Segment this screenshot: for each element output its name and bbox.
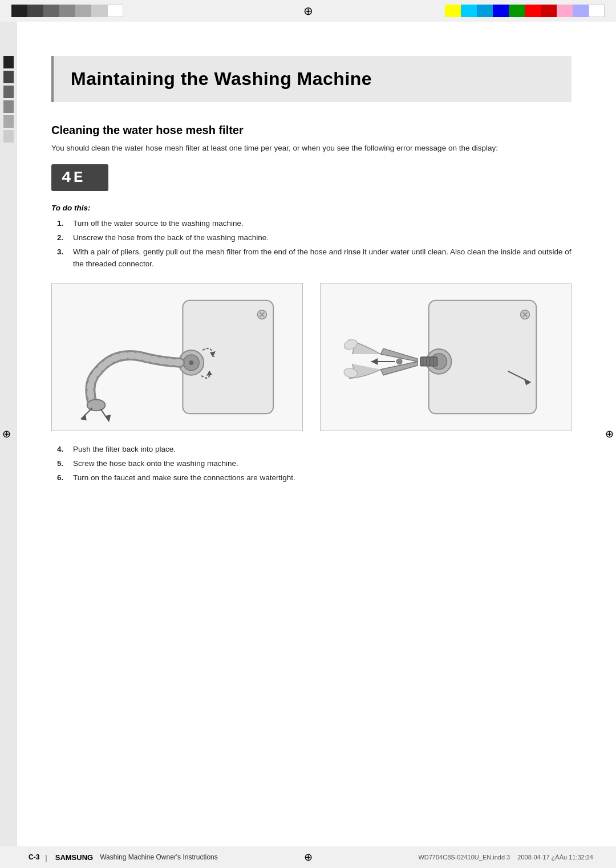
color-block	[445, 5, 461, 17]
sidebar-block	[3, 130, 14, 143]
color-block	[75, 5, 91, 17]
step-item-6: 6. Turn on the faucet and make sure the …	[57, 472, 572, 484]
footer-date: 2008-04-17 ¿ÀÀu 11:32:24	[517, 854, 593, 861]
left-sidebar-bar	[0, 22, 17, 868]
title-banner: Maintaining the Washing Machine	[51, 56, 572, 102]
diagram-left-svg	[52, 283, 302, 431]
footer-right: WD7704C8S-02410U_EN.indd 3 2008-04-17 ¿À…	[418, 854, 599, 861]
color-block	[573, 5, 589, 17]
step-text-3: With a pair of pliers, gently pull out t…	[73, 246, 572, 270]
svg-point-6	[189, 360, 193, 365]
step-text-1: Turn off the water source to the washing…	[73, 218, 244, 230]
step-number-2: 2.	[57, 232, 68, 244]
step-number-4: 4.	[57, 444, 68, 456]
diagrams-row	[51, 283, 572, 431]
color-block	[91, 5, 107, 17]
step-text-6: Turn on the faucet and make sure the con…	[73, 472, 295, 484]
footer-registration-mark: ⊕	[304, 851, 313, 863]
page-reference: C-3	[29, 853, 39, 861]
steps-list-cont: 4. Push the filter back into place. 5. S…	[57, 444, 572, 484]
color-block	[11, 5, 27, 17]
color-blocks-left	[11, 5, 123, 17]
section-heading: Cleaning the water hose mesh filter	[51, 124, 572, 137]
right-registration-mark: ⊕	[605, 428, 614, 440]
sidebar-block	[3, 56, 14, 68]
svg-point-25	[396, 359, 402, 364]
step-item-1: 1. Turn off the water source to the wash…	[57, 218, 572, 230]
color-block	[477, 5, 493, 17]
step-text-4: Push the filter back into place.	[73, 444, 176, 456]
registration-mark: ⊕	[303, 4, 313, 18]
step-number-5: 5.	[57, 458, 68, 470]
step-text-5: Screw the hose back onto the washing mac…	[73, 458, 238, 470]
page-title: Maintaining the Washing Machine	[71, 68, 554, 90]
todo-label: To do this:	[51, 204, 572, 212]
color-block	[493, 5, 509, 17]
sidebar-block	[3, 71, 14, 83]
color-block	[27, 5, 43, 17]
main-content: Maintaining the Washing Machine Cleaning…	[17, 22, 606, 846]
step-item-3: 3. With a pair of pliers, gently pull ou…	[57, 246, 572, 270]
diagram-left	[51, 283, 303, 431]
color-block	[43, 5, 59, 17]
footer-bar: C-3 | SAMSUNG Washing Machine Owner's In…	[0, 846, 616, 868]
step-number-3: 3.	[57, 246, 68, 270]
main-section: Cleaning the water hose mesh filter You …	[51, 124, 572, 484]
svg-point-7	[87, 399, 106, 411]
sidebar-block	[3, 100, 14, 113]
color-block	[59, 5, 75, 17]
step-item-2: 2. Unscrew the hose from the back of the…	[57, 232, 572, 244]
color-block	[557, 5, 573, 17]
sidebar-block	[3, 115, 14, 128]
sidebar-block	[3, 86, 14, 98]
section-description: You should clean the water hose mesh fil…	[51, 143, 572, 154]
svg-marker-29	[371, 358, 378, 365]
color-block	[461, 5, 477, 17]
top-print-bar: ⊕	[0, 0, 616, 22]
error-code-display: 4E	[51, 164, 108, 191]
footer-left: C-3 | SAMSUNG Washing Machine Owner's In…	[29, 853, 218, 862]
diagram-right-svg	[321, 283, 571, 431]
error-code-text: 4E	[62, 169, 86, 186]
color-block	[107, 5, 123, 17]
step-item-4: 4. Push the filter back into place.	[57, 444, 572, 456]
left-registration-mark: ⊕	[2, 428, 11, 440]
color-block	[589, 5, 605, 17]
step-number-6: 6.	[57, 472, 68, 484]
diagram-right	[320, 283, 572, 431]
color-block	[525, 5, 541, 17]
step-item-5: 5. Screw the hose back onto the washing …	[57, 458, 572, 470]
svg-marker-13	[104, 415, 111, 421]
doc-title: Washing Machine Owner's Instructions	[100, 853, 218, 861]
brand-name: SAMSUNG	[55, 853, 93, 862]
color-block	[541, 5, 557, 17]
color-blocks-right	[445, 5, 605, 17]
color-block	[509, 5, 525, 17]
step-text-2: Unscrew the hose from the back of the wa…	[73, 232, 269, 244]
steps-list: 1. Turn off the water source to the wash…	[57, 218, 572, 270]
file-info: WD7704C8S-02410U_EN.indd 3	[418, 854, 510, 861]
step-number-1: 1.	[57, 218, 68, 230]
footer-separator: |	[45, 853, 47, 862]
